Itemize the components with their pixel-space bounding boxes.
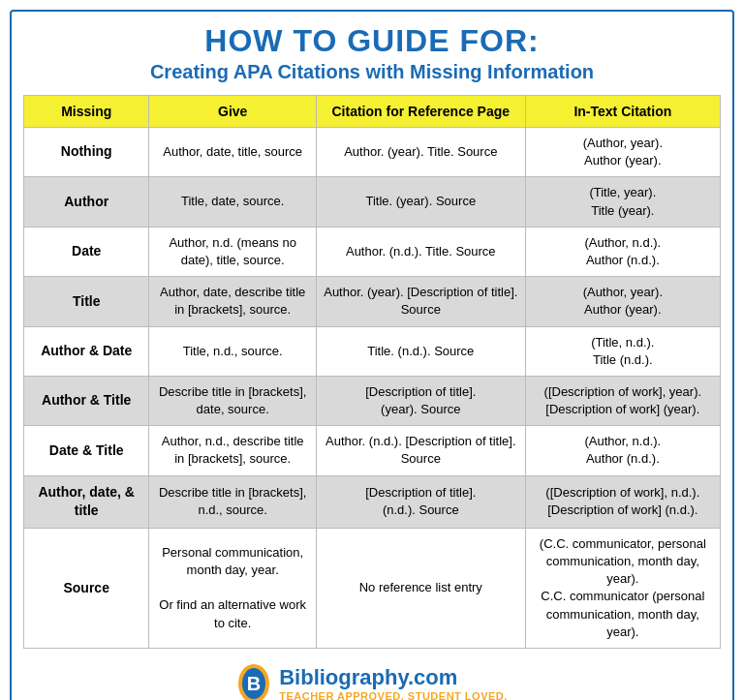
table-row: Author & DateTitle, n.d., source.Title. … bbox=[24, 326, 721, 376]
cell-intext: (Author, year). Author (year). bbox=[525, 128, 720, 177]
cell-missing: Date bbox=[24, 227, 149, 276]
bibliography-logo-icon: B bbox=[236, 662, 271, 700]
cell-citation: [Description of title]. (n.d.). Source bbox=[316, 475, 525, 528]
cell-citation: Title. (year). Source bbox=[316, 177, 525, 227]
cell-missing: Title bbox=[24, 277, 149, 326]
header-missing: Missing bbox=[24, 96, 149, 128]
table-row: TitleAuthor, date, describe title in [br… bbox=[24, 277, 721, 326]
citation-table: Missing Give Citation for Reference Page… bbox=[23, 95, 721, 649]
cell-give: Personal communication, month day, year.… bbox=[149, 528, 317, 648]
table-row: Date & TitleAuthor, n.d., describe title… bbox=[24, 426, 721, 475]
table-header-row: Missing Give Citation for Reference Page… bbox=[24, 96, 721, 128]
svg-text:B: B bbox=[247, 673, 261, 694]
cell-intext: (Author, year). Author (year). bbox=[525, 277, 720, 326]
cell-missing: Author & Title bbox=[24, 376, 149, 425]
cell-give: Author, date, describe title in [bracket… bbox=[149, 277, 317, 326]
table-row: Author, date, & titleDescribe title in [… bbox=[24, 475, 721, 528]
header-citation: Citation for Reference Page bbox=[316, 96, 525, 128]
cell-missing: Author bbox=[24, 177, 149, 227]
cell-intext: (Author, n.d.). Author (n.d.). bbox=[525, 426, 720, 475]
cell-intext: (C.C. communicator, personal communicati… bbox=[525, 528, 720, 648]
cell-missing: Author & Date bbox=[24, 326, 149, 376]
footer-tagline: TEACHER APPROVED. STUDENT LOVED. bbox=[279, 690, 508, 700]
cell-give: Title, n.d., source. bbox=[149, 326, 317, 376]
cell-missing: Author, date, & title bbox=[24, 475, 149, 528]
cell-citation: No reference list entry bbox=[316, 528, 525, 648]
footer-domain: Bibliography.com bbox=[279, 665, 457, 690]
cell-citation: Author. (year). [Description of title]. … bbox=[316, 277, 525, 326]
header-intext: In-Text Citation bbox=[525, 96, 720, 128]
table-row: NothingAuthor, date, title, sourceAuthor… bbox=[24, 128, 721, 177]
cell-give: Describe title in [brackets], n.d., sour… bbox=[149, 475, 317, 528]
cell-citation: Author. (n.d.). Title. Source bbox=[316, 227, 525, 276]
cell-give: Author, n.d., describe title in [bracket… bbox=[149, 426, 317, 475]
table-row: DateAuthor, n.d. (means no date), title,… bbox=[24, 227, 721, 276]
cell-give: Author, date, title, source bbox=[149, 128, 317, 177]
header-give: Give bbox=[149, 96, 317, 128]
table-row: SourcePersonal communication, month day,… bbox=[24, 528, 721, 648]
cell-give: Describe title in [brackets], date, sour… bbox=[149, 376, 317, 425]
cell-citation: Title. (n.d.). Source bbox=[316, 326, 525, 376]
table-row: Author & TitleDescribe title in [bracket… bbox=[24, 376, 721, 425]
cell-give: Title, date, source. bbox=[149, 177, 317, 227]
cell-intext: (Author, n.d.). Author (n.d.). bbox=[525, 227, 720, 276]
cell-citation: [Description of title]. (year). Source bbox=[316, 376, 525, 425]
cell-intext: ([Description of work], n.d.). [Descript… bbox=[525, 475, 720, 528]
cell-intext: ([Description of work], year). [Descript… bbox=[525, 376, 720, 425]
table-row: AuthorTitle, date, source.Title. (year).… bbox=[24, 177, 721, 227]
cell-missing: Nothing bbox=[24, 128, 149, 177]
cell-citation: Author. (year). Title. Source bbox=[316, 128, 525, 177]
cell-intext: (Title, n.d.). Title (n.d.). bbox=[525, 326, 720, 376]
sub-title: Creating APA Citations with Missing Info… bbox=[23, 61, 721, 83]
cell-intext: (Title, year). Title (year). bbox=[525, 177, 720, 227]
cell-citation: Author. (n.d.). [Description of title]. … bbox=[316, 426, 525, 475]
cell-missing: Source bbox=[24, 528, 149, 648]
cell-missing: Date & Title bbox=[24, 426, 149, 475]
footer: B Bibliography.com TEACHER APPROVED. STU… bbox=[23, 662, 721, 700]
main-container: HOW TO GUIDE FOR: Creating APA Citations… bbox=[10, 10, 734, 700]
footer-text-block: Bibliography.com TEACHER APPROVED. STUDE… bbox=[279, 665, 508, 700]
main-title: HOW TO GUIDE FOR: bbox=[23, 23, 721, 59]
cell-give: Author, n.d. (means no date), title, sou… bbox=[149, 227, 317, 276]
